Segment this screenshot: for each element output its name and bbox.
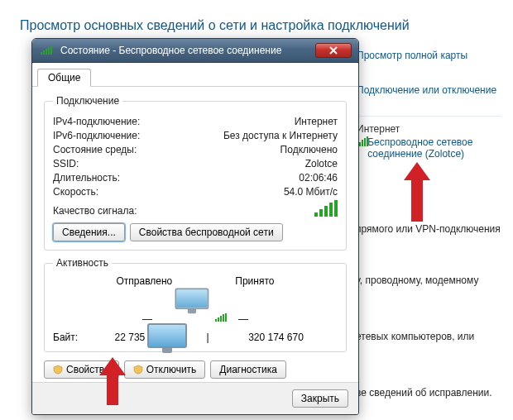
duration-value: 02:06:46 (299, 172, 338, 184)
status-dialog: Состояние - Беспроводное сетевое соедине… (31, 38, 359, 415)
wireless-properties-button[interactable]: Свойства беспроводной сети (130, 223, 283, 241)
sent-label: Отправлено (117, 275, 173, 287)
shield-icon (133, 365, 143, 375)
shield-icon (53, 365, 63, 375)
text-fragment: прямого или VPN-подключения (356, 223, 505, 235)
annotation-arrow-icon (99, 357, 126, 405)
disable-button-label: Отключить (146, 364, 197, 375)
text-fragment: ве сведений об исправлении. (356, 387, 505, 399)
received-label: Принято (235, 275, 274, 287)
dialog-title: Состояние - Беспроводное сетевое соедине… (60, 45, 310, 56)
tab-strip: Общие (32, 63, 358, 87)
text-fragment: у, проводному, модемному (356, 274, 505, 286)
ipv4-label: IPv4-подключение: (53, 116, 140, 127)
signal-quality-icon (314, 200, 338, 217)
group-connection: Подключение IPv4-подключение:Интернет IP… (44, 95, 347, 251)
tab-general[interactable]: Общие (37, 69, 91, 87)
ipv6-label: IPv6-подключение: (53, 130, 140, 141)
group-activity-legend: Активность (53, 257, 112, 269)
page-title: Просмотр основных сведений о сети и наст… (0, 0, 513, 33)
bytes-received-value: 320 174 670 (214, 332, 338, 343)
duration-label: Длительность: (53, 172, 120, 184)
connect-disconnect-link[interactable]: Подключение или отключение (357, 84, 501, 96)
details-button[interactable]: Сведения... (53, 223, 125, 241)
active-connection-label: Интернет (357, 123, 501, 135)
active-connection-link[interactable]: Беспроводное сетевое соединение (Zolotce… (357, 136, 501, 160)
media-state-value: Подключено (280, 144, 338, 155)
ipv6-value: Без доступа к Интернету (223, 130, 338, 141)
bytes-label: Байт: (53, 332, 78, 343)
media-state-label: Состояние среды: (53, 144, 137, 155)
ssid-value: Zolotce (305, 158, 338, 169)
diagnose-button[interactable]: Диагностика (210, 360, 286, 379)
separator-icon: — (238, 313, 248, 325)
close-button[interactable] (315, 43, 352, 58)
speed-value: 54.0 Мбит/с (284, 186, 338, 198)
activity-computer-icon (162, 290, 209, 325)
wifi-signal-icon (41, 46, 52, 55)
ipv4-value: Интернет (295, 116, 338, 127)
ssid-label: SSID: (53, 158, 79, 169)
speed-label: Скорость: (53, 186, 98, 198)
close-dialog-button[interactable]: Закрыть (292, 389, 348, 408)
group-activity: Активность Отправлено Принято — — (44, 257, 347, 352)
dialog-titlebar[interactable]: Состояние - Беспроводное сетевое соедине… (32, 39, 358, 63)
group-connection-legend: Подключение (53, 95, 122, 107)
signal-quality-label: Качество сигнала: (53, 205, 137, 217)
wifi-signal-icon (215, 313, 227, 322)
active-connection-text: Беспроводное сетевое соединение (Zolotce… (367, 136, 501, 160)
full-map-link[interactable]: Просмотр полной карты (357, 50, 501, 61)
disable-button[interactable]: Отключить (124, 360, 206, 379)
text-fragment: етевых компьютеров, или (356, 331, 505, 342)
close-icon (329, 46, 338, 55)
annotation-arrow-icon (404, 162, 430, 222)
